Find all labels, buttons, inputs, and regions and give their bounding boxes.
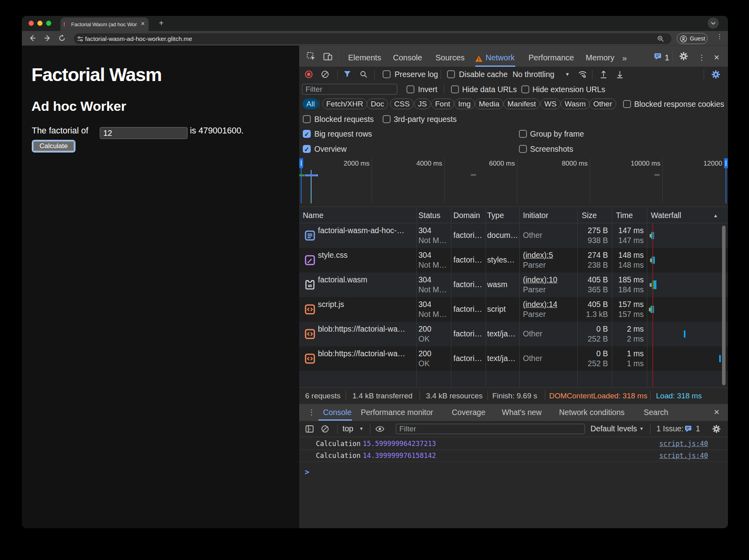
calculate-button[interactable]: Calculate [33, 141, 74, 151]
issues-counter-label[interactable]: 1 Issue: [656, 424, 683, 433]
request-initiator-link[interactable]: (index):14 [523, 300, 557, 309]
drawer-tab-search[interactable]: Search [644, 408, 668, 417]
tab-memory[interactable]: Memory [586, 53, 614, 62]
column-divider[interactable] [519, 208, 520, 387]
col-domain[interactable]: Domain [453, 211, 480, 220]
drawer-tab-performance-monitor[interactable]: Performance monitor [361, 408, 433, 417]
browser-menu-icon[interactable]: ⋮ [716, 33, 723, 40]
chip-ws[interactable]: WS [540, 98, 561, 109]
new-tab-button[interactable]: + [159, 19, 164, 28]
traffic-close-button[interactable] [29, 21, 34, 26]
tab-console[interactable]: Console [393, 53, 422, 62]
tab-close-icon[interactable]: ✕ [141, 21, 145, 27]
device-toolbar-icon[interactable] [323, 52, 333, 61]
devtools-menu-icon[interactable]: ⋮ [698, 53, 705, 62]
console-prompt-chevron[interactable]: > [305, 467, 309, 476]
chip-fetch-xhr[interactable]: Fetch/XHR [322, 98, 367, 109]
request-row-5[interactable]: blob:https://factorial-wa… 200 OK factor… [299, 322, 728, 346]
console-message-source-link[interactable]: script.js:40 [659, 452, 708, 460]
overview-checkbox[interactable]: ✓ [303, 145, 311, 153]
column-divider[interactable] [486, 208, 486, 387]
traffic-minimize-button[interactable] [37, 21, 43, 26]
network-overview-timeline[interactable]: 2000 ms 4000 ms 6000 ms 8000 ms 10000 ms… [299, 156, 728, 207]
drawer-tab-coverage[interactable]: Coverage [452, 408, 486, 417]
col-type[interactable]: Type [487, 211, 504, 220]
col-waterfall[interactable]: Waterfall [651, 211, 681, 220]
drawer-tab-console[interactable]: Console [323, 408, 352, 417]
column-divider[interactable] [416, 208, 417, 387]
disable-cache-checkbox[interactable] [447, 70, 455, 78]
network-search-icon[interactable] [360, 71, 367, 78]
network-filter-input[interactable] [302, 84, 397, 95]
drawer-tab-whats-new[interactable]: What's new [502, 408, 542, 417]
group-by-frame-checkbox[interactable] [519, 130, 527, 138]
chip-doc[interactable]: Doc [367, 98, 388, 109]
console-message-source-link[interactable]: script.js:40 [659, 440, 708, 448]
big-request-rows-checkbox[interactable]: ✓ [303, 130, 311, 138]
request-row-6[interactable]: blob:https://factorial-wa… 200 OK factor… [299, 346, 728, 371]
url-bar[interactable]: factorial-wasm-ad-hoc-worker.glitch.me [74, 33, 672, 44]
chip-img[interactable]: Img [454, 98, 475, 109]
filter-funnel-icon[interactable] [344, 71, 350, 77]
network-conditions-icon[interactable] [578, 70, 587, 78]
hide-extension-urls-checkbox[interactable] [521, 85, 529, 93]
table-scrollbar[interactable] [722, 226, 726, 385]
record-button[interactable] [305, 70, 313, 78]
browser-tab[interactable]: ! Factorial Wasm (ad hoc Work ✕ [60, 17, 149, 31]
request-row-3[interactable]: WA factorial.wasm 304 Not M… factori… wa… [299, 272, 728, 297]
clear-network-button[interactable] [321, 70, 329, 78]
request-row-4[interactable]: script.js 304 Not M… factori… script (in… [299, 297, 728, 322]
invert-checkbox[interactable] [406, 85, 414, 93]
inspect-element-icon[interactable] [306, 52, 316, 61]
traffic-zoom-button[interactable] [46, 21, 51, 26]
column-divider[interactable] [451, 208, 451, 387]
tab-network[interactable]: Network [486, 53, 515, 62]
export-har-icon[interactable] [616, 70, 623, 78]
network-settings-gear-icon[interactable] [711, 70, 720, 79]
col-name[interactable]: Name [303, 211, 323, 220]
tab-performance[interactable]: Performance [528, 53, 574, 62]
hide-data-urls-checkbox[interactable] [451, 85, 459, 93]
col-size[interactable]: Size [582, 211, 597, 220]
drawer-close-icon[interactable]: ✕ [714, 408, 720, 417]
chip-css[interactable]: CSS [390, 98, 414, 109]
chip-font[interactable]: Font [431, 98, 454, 109]
col-time[interactable]: Time [616, 211, 633, 220]
chip-all[interactable]: All [302, 98, 319, 109]
request-row-2[interactable]: style.css 304 Not M… factori… styles… (i… [299, 248, 728, 272]
console-sidebar-icon[interactable] [306, 425, 314, 433]
console-settings-gear-icon[interactable] [712, 425, 721, 433]
tab-elements[interactable]: Elements [348, 53, 381, 62]
column-divider[interactable] [647, 208, 647, 387]
column-divider[interactable] [577, 208, 578, 387]
request-initiator-link[interactable]: (index):10 [523, 275, 557, 284]
column-divider[interactable] [612, 208, 612, 387]
live-expression-eye-icon[interactable] [375, 425, 384, 433]
chip-js[interactable]: JS [414, 98, 431, 109]
screenshots-checkbox[interactable] [519, 145, 527, 153]
back-button[interactable] [29, 35, 36, 42]
zoom-icon[interactable] [657, 35, 664, 42]
blocked-response-cookies-checkbox[interactable] [623, 100, 631, 108]
reload-button[interactable] [58, 35, 66, 42]
throttling-select[interactable]: No throttling [513, 70, 554, 79]
drawer-menu-icon[interactable]: ⋮ [308, 408, 315, 417]
chip-media[interactable]: Media [475, 98, 503, 109]
site-settings-icon[interactable] [77, 36, 83, 42]
devtools-close-icon[interactable]: ✕ [714, 53, 720, 62]
col-initiator[interactable]: Initiator [523, 211, 548, 220]
import-har-icon[interactable] [600, 70, 607, 78]
forward-button[interactable] [44, 35, 51, 42]
overview-left-handle[interactable] [299, 158, 303, 168]
chip-other[interactable]: Other [589, 98, 616, 109]
sort-arrow-icon[interactable]: ▲ [713, 213, 718, 218]
request-row-1[interactable]: factorial-wasm-ad-hoc-… 304 Not M… facto… [299, 223, 728, 248]
more-tabs-icon[interactable]: » [622, 53, 627, 63]
chip-manifest[interactable]: Manifest [503, 98, 540, 109]
console-filter-input[interactable] [396, 424, 585, 434]
request-initiator-link[interactable]: (index):5 [523, 251, 553, 260]
factorial-input[interactable] [100, 127, 188, 139]
guest-profile-button[interactable]: Guest [677, 33, 708, 44]
issues-icon[interactable] [654, 52, 662, 61]
chip-wasm[interactable]: Wasm [561, 98, 590, 109]
